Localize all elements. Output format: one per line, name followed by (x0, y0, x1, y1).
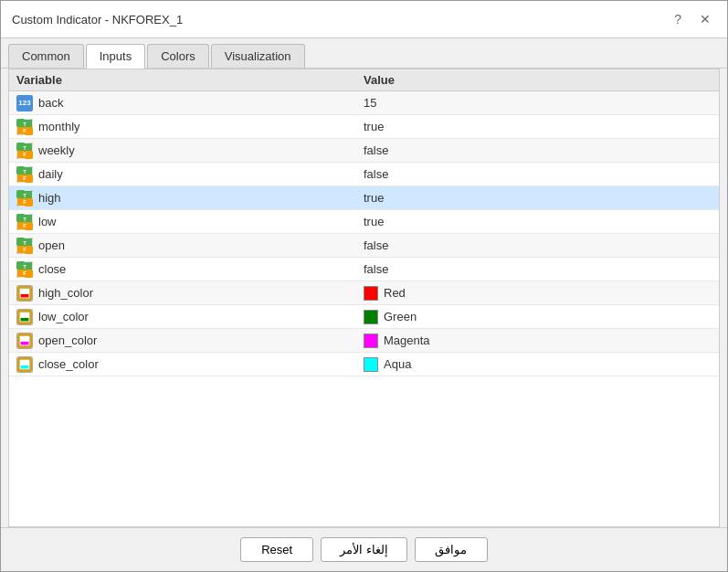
svg-marker-27 (17, 246, 32, 253)
var-col-daily: TFdaily (16, 166, 364, 183)
svg-text:F: F (23, 175, 26, 181)
svg-text:T: T (23, 217, 26, 222)
svg-marker-22 (17, 222, 32, 229)
svg-text:F: F (23, 247, 26, 252)
title-bar: Custom Indicator - NKFOREX_1 ? ✕ (1, 1, 727, 38)
table-row-low[interactable]: TFlowtrue (9, 210, 719, 234)
reset-button[interactable]: Reset (240, 537, 313, 562)
icon-color-open_color (16, 333, 33, 349)
val-text-back: 15 (364, 96, 376, 110)
icon-color-high_color (16, 285, 33, 302)
table-row-weekly[interactable]: TFweeklyfalse (9, 139, 719, 163)
val-col-high_color: Red (364, 286, 712, 301)
table-row-daily[interactable]: TFdailyfalse (9, 163, 719, 186)
icon-bool-open: TF (16, 238, 33, 254)
val-col-low_color: Green (364, 310, 712, 324)
val-text-weekly: false (364, 143, 388, 157)
table-row-low_color[interactable]: low_colorGreen (9, 305, 719, 329)
svg-rect-43 (21, 341, 29, 344)
var-name-back: back (38, 96, 63, 110)
var-name-open_color: open_color (38, 334, 97, 347)
svg-text:T: T (23, 264, 26, 270)
table-row-open[interactable]: TFopenfalse (9, 234, 719, 258)
svg-marker-32 (17, 270, 32, 277)
var-col-open: TFopen (16, 238, 364, 254)
table-row-close_color[interactable]: close_colorAqua (9, 353, 719, 376)
help-button[interactable]: ? (669, 10, 687, 28)
val-col-close: false (364, 262, 712, 276)
icon-bool-weekly: TF (16, 143, 33, 159)
tab-inputs[interactable]: Inputs (86, 44, 145, 69)
svg-marker-17 (17, 198, 32, 206)
var-name-monthly: monthly (38, 120, 80, 133)
var-name-daily: daily (38, 167, 63, 181)
col-header-variable: Variable (16, 73, 364, 87)
var-col-weekly: TFweekly (16, 143, 364, 159)
var-col-low_color: low_color (16, 309, 364, 325)
val-col-close_color: Aqua (364, 357, 712, 372)
icon-bool-low: TF (16, 214, 33, 230)
var-col-close_color: close_color (16, 356, 364, 373)
svg-text:T: T (23, 169, 26, 175)
val-col-open_color: Magenta (364, 334, 712, 348)
color-swatch-high_color (364, 286, 378, 301)
val-text-high_color: Red (384, 286, 406, 300)
svg-text:F: F (23, 270, 26, 276)
var-name-close_color: close_color (38, 357, 99, 371)
var-col-close: TFclose (16, 261, 364, 278)
tab-colors[interactable]: Colors (147, 44, 209, 68)
val-text-close_color: Aqua (384, 357, 411, 371)
val-text-close: false (364, 262, 388, 276)
var-name-weekly: weekly (38, 143, 75, 157)
val-text-daily: false (364, 167, 388, 181)
var-col-open_color: open_color (16, 333, 364, 349)
table-row-back[interactable]: 123back15 (9, 91, 719, 115)
table-row-high_color[interactable]: high_colorRed (9, 281, 719, 305)
svg-text:T: T (23, 145, 26, 151)
var-name-close: close (38, 262, 66, 276)
val-col-open: false (364, 238, 712, 252)
color-swatch-open_color (364, 334, 378, 348)
svg-text:T: T (23, 193, 26, 198)
tab-bar: Common Inputs Colors Visualization (1, 38, 727, 69)
footer: Reset إلغاء الأمر موافق (1, 527, 727, 571)
val-text-low_color: Green (384, 310, 417, 323)
val-text-low: true (364, 215, 384, 228)
tab-visualization[interactable]: Visualization (211, 44, 305, 68)
svg-marker-2 (17, 127, 32, 134)
var-name-high: high (38, 191, 61, 205)
var-col-high: TFhigh (16, 190, 364, 207)
val-col-low: true (364, 215, 712, 228)
icon-bool-daily: TF (16, 166, 33, 183)
icon-bool-high: TF (16, 190, 33, 207)
var-col-high_color: high_color (16, 285, 364, 302)
dialog: Custom Indicator - NKFOREX_1 ? ✕ Common … (0, 0, 728, 572)
cancel-button[interactable]: إلغاء الأمر (321, 537, 407, 562)
close-button[interactable]: ✕ (694, 10, 716, 28)
dialog-title: Custom Indicator - NKFOREX_1 (12, 13, 183, 26)
var-name-low: low (38, 215, 57, 228)
var-name-high_color: high_color (38, 286, 93, 300)
var-col-monthly: TFmonthly (16, 119, 364, 135)
table-row-open_color[interactable]: open_colorMagenta (9, 329, 719, 353)
ok-button[interactable]: موافق (415, 537, 488, 562)
table-header: Variable Value (9, 69, 719, 91)
svg-marker-7 (17, 151, 32, 158)
val-col-weekly: false (364, 143, 712, 157)
val-col-monthly: true (364, 120, 712, 133)
val-text-high: true (364, 191, 384, 205)
table-row-monthly[interactable]: TFmonthlytrue (9, 115, 719, 139)
val-text-open: false (364, 238, 388, 252)
var-col-low: TFlow (16, 214, 364, 230)
svg-rect-37 (21, 293, 29, 297)
table-row-close[interactable]: TFclosefalse (9, 258, 719, 281)
svg-marker-12 (17, 175, 32, 182)
svg-rect-40 (21, 317, 29, 321)
val-text-open_color: Magenta (384, 334, 430, 347)
table-row-high[interactable]: TFhightrue (9, 186, 719, 210)
svg-text:T: T (23, 240, 26, 246)
svg-rect-46 (21, 365, 29, 368)
color-swatch-close_color (364, 357, 378, 372)
svg-text:F: F (23, 223, 26, 228)
tab-common[interactable]: Common (8, 44, 84, 68)
